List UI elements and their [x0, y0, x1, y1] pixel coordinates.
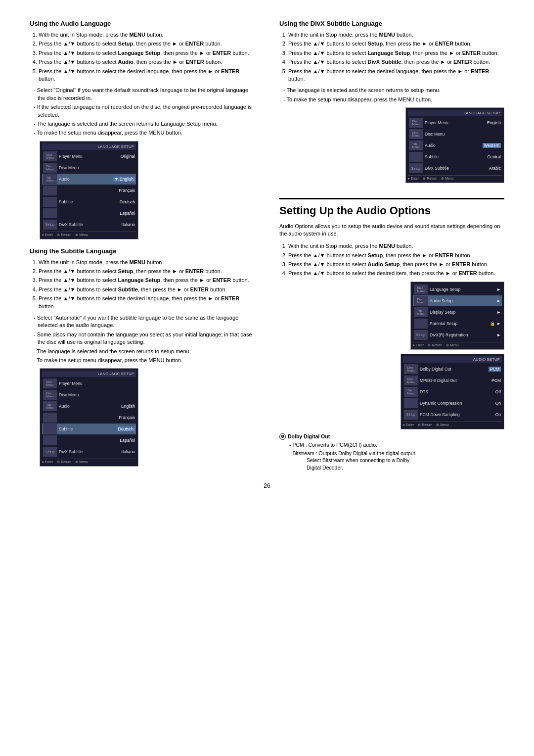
- audio-language-notes: Select "Original" if you want the defaul…: [32, 87, 255, 137]
- divx-steps: With the unit in Stop mode, press the ME…: [288, 31, 504, 83]
- dolby-value: PCM: [489, 367, 501, 372]
- divx-menu-row-player: DiscMenu Player Menu English: [408, 117, 502, 128]
- audio-setup-row-dolby: DiscMenu Dolby Digital Out PCM: [403, 364, 502, 375]
- sub-note-4: To make the setup menu disappear, press …: [32, 357, 255, 364]
- sub-empty-icon: [43, 413, 57, 423]
- deutsch-value: Deutsch: [120, 199, 135, 204]
- dynamic-label: Dynamic Compression: [420, 401, 495, 406]
- note-1: Select "Original" if you want the defaul…: [32, 87, 255, 102]
- sub-empty-icon2: [43, 424, 57, 434]
- disc-menu-icon2: DiscMenu: [43, 163, 57, 173]
- divx-subtitle-title: Using the DivX Subtitle Language: [279, 20, 504, 27]
- subtitle-language-section: Using the Subtitle Language With the uni…: [30, 247, 255, 467]
- audio-setup-icon: Setup: [404, 410, 418, 420]
- sub-note-2: Some discs may not contain the language …: [32, 331, 255, 346]
- sub-auto-value: Deutsch: [117, 426, 135, 431]
- dynamic-value: On: [495, 401, 501, 406]
- page-number: 26: [30, 482, 504, 489]
- sub-francais-value: Français: [119, 415, 135, 420]
- subtitle-language-notes: Select "Automatic" if you want the subti…: [32, 314, 255, 364]
- sub-menu-row-player: DiscMenu Player Menu: [42, 378, 136, 389]
- sub-menu-row-disc: DiscMenu Disc Menu: [42, 389, 136, 400]
- audio-menu-label: ⊕ Menu: [436, 423, 448, 427]
- enter-label: ♦ Enter: [42, 233, 53, 237]
- setup-enter-label: ♦ Enter: [413, 343, 424, 347]
- audio-disc-icon2: DiscMenu: [404, 376, 418, 385]
- divx-arabic-value: Arabic: [489, 166, 501, 171]
- setup-row-parental: Parental Setup 🔒 ►: [413, 318, 502, 329]
- setup-row-language: DiscMenu Language Setup ►: [413, 284, 502, 295]
- sub-step-5: Press the ▲/▼ buttons to select the desi…: [39, 295, 255, 310]
- sub-setup-icon: Setup: [43, 447, 57, 457]
- audio-return-label: ⊕ Return: [418, 423, 432, 427]
- divx-player-label: Player Menu: [425, 120, 487, 125]
- divx-audio-label: Audio: [425, 143, 483, 148]
- step-2: Press the ▲/▼ buttons to select Setup, t…: [39, 40, 255, 47]
- divx-disc-icon: DiscMenu: [409, 118, 423, 128]
- mpeg-label: MPEG-8 Digital Out: [420, 378, 491, 383]
- divx-step-5: Press the ▲/▼ buttons to select the desi…: [288, 68, 504, 83]
- sub-italiano-value: Italiano: [122, 449, 135, 454]
- setup-row-divx: Setup DivX(R) Registration ►: [413, 330, 502, 340]
- sub-menu-row-espanol: Español: [42, 435, 136, 446]
- sub-step-3: Press the ▲/▼ buttons to select Language…: [39, 277, 255, 284]
- divx-note-2: To make the setup menu disappear, press …: [281, 96, 504, 103]
- audio-language-section: Using the Audio Language With the unit i…: [30, 20, 255, 239]
- subtitle-language-title: Using the Subtitle Language: [30, 247, 255, 255]
- step-3: Press the ▲/▼ buttons to select Language…: [39, 49, 255, 57]
- sub-divx-label: DivX Subtitle: [59, 449, 122, 454]
- subtitle-language-menu-image: LANGUAGE SETUP DiscMenu Player Menu Disc…: [40, 368, 138, 467]
- menu-header: LANGUAGE SETUP: [42, 143, 136, 150]
- ao-step-4: Press the ▲/▼ buttons to select the desi…: [288, 270, 504, 277]
- setup-divx-label: DivX(R) Registration: [430, 332, 497, 337]
- divx-menu-row-disc: DiscMenu Disc Menu: [408, 129, 502, 140]
- pcm-label: PCM Down Sampling: [420, 412, 495, 417]
- setup-return-label: ⊕ Return: [428, 343, 442, 347]
- setup-language-value: ►: [497, 287, 501, 292]
- divx-step-2: Press the ▲/▼ buttons to select Setup, t…: [288, 40, 504, 47]
- sub-return-label: ⊕ Return: [57, 460, 71, 464]
- divx-step-3: Press the ▲/▼ buttons to select Language…: [288, 49, 504, 57]
- sub-menu-header: LANGUAGE SETUP: [42, 371, 136, 377]
- divx-divxsub-label: DivX Subtitle: [425, 166, 489, 171]
- audio-setup-footer: ♦ Enter ⊕ Return ⊕ Menu: [403, 422, 502, 427]
- menu-footer: ♦ Enter ⊕ Return ⊕ Menu: [42, 232, 136, 237]
- menu-label2: ⊕ Menu: [75, 233, 88, 237]
- divx-subtitle-section: Using the DivX Subtitle Language With th…: [279, 20, 504, 183]
- setup-row-audio: DiscMenu Audio Setup ►: [413, 295, 502, 306]
- sub-step-4: Press the ▲/▼ buttons to select Subtitle…: [39, 286, 255, 293]
- divx-western-value: Western: [483, 143, 501, 148]
- right-column: Using the DivX Subtitle Language With th…: [274, 20, 504, 472]
- note-2: If the selected language is not recorded…: [32, 103, 255, 119]
- audio-tab-icon: TabMenu: [404, 387, 418, 397]
- audio-enter-label: ♦ Enter: [403, 423, 414, 427]
- setup-disc-icon2: DiscMenu: [414, 296, 428, 306]
- setup-language-label: Language Setup: [430, 287, 497, 292]
- step-1: With the unit in Stop mode, press the ME…: [39, 31, 255, 39]
- audio-options-notes: ❶ Dolby Digital Out - PCM : Converts to …: [279, 433, 504, 472]
- divx-menu-row-divxsub: Setup DivX Subtitle Arabic: [408, 163, 502, 174]
- francais-value: Français: [119, 188, 135, 193]
- divx-return-label: ⊕ Return: [423, 177, 437, 181]
- divx-label: DivX Subtitle: [59, 222, 122, 227]
- sub-step-2: Press the ▲/▼ buttons to select Setup, t…: [39, 268, 255, 275]
- dts-value: Off: [495, 389, 501, 394]
- empty-icon2: [43, 197, 57, 207]
- sub-menu-row-francais: Français: [42, 412, 136, 423]
- setup-empty-icon: [414, 319, 428, 329]
- divx-tab-icon: TabMenu: [409, 141, 423, 150]
- sub-espanol-value: Español: [120, 438, 135, 443]
- divx-menu-header: LANGUAGE SETUP: [408, 110, 502, 116]
- setup-audio-value: ►: [497, 298, 501, 303]
- sub-audio-label: Audio: [59, 404, 121, 409]
- audio-label: Audio: [59, 177, 113, 182]
- audio-options-description: Audio Options allows you to setup the au…: [279, 223, 504, 238]
- player-menu-label: Player Menu: [59, 154, 121, 159]
- sub-menu-row-divx: Setup DivX Subtitle Italiano: [42, 446, 136, 457]
- audio-setup-menu-image: AUDIO SETUP DiscMenu Dolby Digital Out P…: [400, 354, 504, 429]
- menu-row-player: DiscMenu Player Menu Original: [42, 151, 136, 162]
- sub-menu-footer: ♦ Enter ⊕ Return ⊕ Menu: [42, 459, 136, 464]
- setup-setup-icon: Setup: [414, 330, 428, 340]
- setup-disc-icon: DiscMenu: [414, 284, 428, 294]
- setup-display-label: Display Setup: [430, 310, 497, 315]
